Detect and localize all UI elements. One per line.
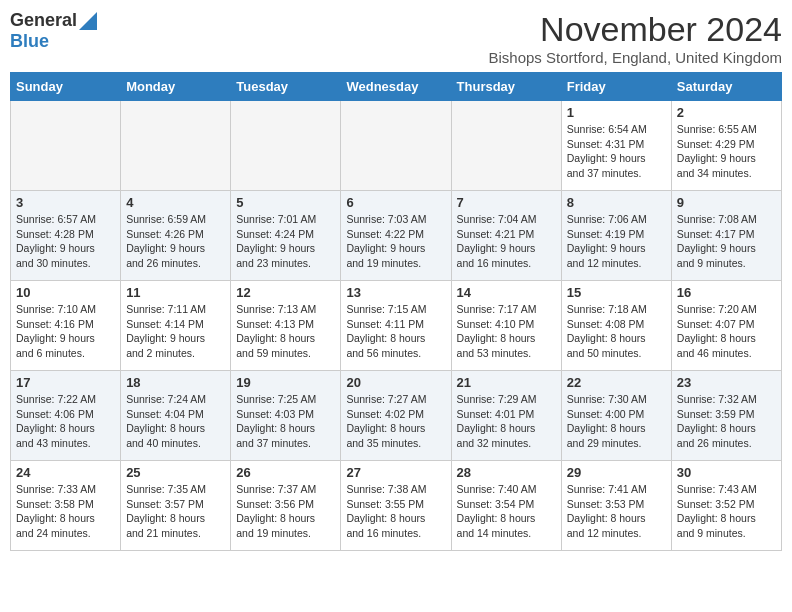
week-row-2: 3Sunrise: 6:57 AMSunset: 4:28 PMDaylight… xyxy=(11,191,782,281)
day-cell: 21Sunrise: 7:29 AMSunset: 4:01 PMDayligh… xyxy=(451,371,561,461)
day-info: Sunrise: 7:04 AMSunset: 4:21 PMDaylight:… xyxy=(457,212,556,271)
day-number: 28 xyxy=(457,465,556,480)
day-cell: 29Sunrise: 7:41 AMSunset: 3:53 PMDayligh… xyxy=(561,461,671,551)
logo-triangle-icon xyxy=(79,12,97,30)
day-cell: 19Sunrise: 7:25 AMSunset: 4:03 PMDayligh… xyxy=(231,371,341,461)
header: General Blue November 2024 Bishops Stort… xyxy=(10,10,782,66)
day-number: 6 xyxy=(346,195,445,210)
day-cell: 15Sunrise: 7:18 AMSunset: 4:08 PMDayligh… xyxy=(561,281,671,371)
day-info: Sunrise: 7:40 AMSunset: 3:54 PMDaylight:… xyxy=(457,482,556,541)
day-cell: 4Sunrise: 6:59 AMSunset: 4:26 PMDaylight… xyxy=(121,191,231,281)
day-info: Sunrise: 7:13 AMSunset: 4:13 PMDaylight:… xyxy=(236,302,335,361)
day-cell: 24Sunrise: 7:33 AMSunset: 3:58 PMDayligh… xyxy=(11,461,121,551)
week-row-1: 1Sunrise: 6:54 AMSunset: 4:31 PMDaylight… xyxy=(11,101,782,191)
day-info: Sunrise: 7:03 AMSunset: 4:22 PMDaylight:… xyxy=(346,212,445,271)
day-cell: 3Sunrise: 6:57 AMSunset: 4:28 PMDaylight… xyxy=(11,191,121,281)
day-number: 13 xyxy=(346,285,445,300)
day-cell: 20Sunrise: 7:27 AMSunset: 4:02 PMDayligh… xyxy=(341,371,451,461)
day-cell: 10Sunrise: 7:10 AMSunset: 4:16 PMDayligh… xyxy=(11,281,121,371)
day-info: Sunrise: 7:30 AMSunset: 4:00 PMDaylight:… xyxy=(567,392,666,451)
day-number: 30 xyxy=(677,465,776,480)
day-cell: 17Sunrise: 7:22 AMSunset: 4:06 PMDayligh… xyxy=(11,371,121,461)
day-info: Sunrise: 7:29 AMSunset: 4:01 PMDaylight:… xyxy=(457,392,556,451)
day-info: Sunrise: 7:18 AMSunset: 4:08 PMDaylight:… xyxy=(567,302,666,361)
day-info: Sunrise: 7:38 AMSunset: 3:55 PMDaylight:… xyxy=(346,482,445,541)
col-sunday: Sunday xyxy=(11,73,121,101)
day-info: Sunrise: 7:24 AMSunset: 4:04 PMDaylight:… xyxy=(126,392,225,451)
logo-general-row: General xyxy=(10,10,97,31)
day-number: 4 xyxy=(126,195,225,210)
day-cell xyxy=(121,101,231,191)
day-number: 10 xyxy=(16,285,115,300)
day-cell: 2Sunrise: 6:55 AMSunset: 4:29 PMDaylight… xyxy=(671,101,781,191)
day-info: Sunrise: 6:59 AMSunset: 4:26 PMDaylight:… xyxy=(126,212,225,271)
day-info: Sunrise: 7:37 AMSunset: 3:56 PMDaylight:… xyxy=(236,482,335,541)
week-row-4: 17Sunrise: 7:22 AMSunset: 4:06 PMDayligh… xyxy=(11,371,782,461)
day-number: 19 xyxy=(236,375,335,390)
day-info: Sunrise: 7:15 AMSunset: 4:11 PMDaylight:… xyxy=(346,302,445,361)
day-number: 5 xyxy=(236,195,335,210)
day-number: 23 xyxy=(677,375,776,390)
day-cell: 1Sunrise: 6:54 AMSunset: 4:31 PMDaylight… xyxy=(561,101,671,191)
day-cell: 13Sunrise: 7:15 AMSunset: 4:11 PMDayligh… xyxy=(341,281,451,371)
day-info: Sunrise: 6:54 AMSunset: 4:31 PMDaylight:… xyxy=(567,122,666,181)
col-monday: Monday xyxy=(121,73,231,101)
week-row-3: 10Sunrise: 7:10 AMSunset: 4:16 PMDayligh… xyxy=(11,281,782,371)
day-info: Sunrise: 7:27 AMSunset: 4:02 PMDaylight:… xyxy=(346,392,445,451)
day-number: 29 xyxy=(567,465,666,480)
day-cell: 16Sunrise: 7:20 AMSunset: 4:07 PMDayligh… xyxy=(671,281,781,371)
day-cell: 25Sunrise: 7:35 AMSunset: 3:57 PMDayligh… xyxy=(121,461,231,551)
day-number: 27 xyxy=(346,465,445,480)
day-cell: 23Sunrise: 7:32 AMSunset: 3:59 PMDayligh… xyxy=(671,371,781,461)
day-cell: 8Sunrise: 7:06 AMSunset: 4:19 PMDaylight… xyxy=(561,191,671,281)
day-number: 11 xyxy=(126,285,225,300)
day-info: Sunrise: 7:35 AMSunset: 3:57 PMDaylight:… xyxy=(126,482,225,541)
day-info: Sunrise: 7:08 AMSunset: 4:17 PMDaylight:… xyxy=(677,212,776,271)
day-cell: 30Sunrise: 7:43 AMSunset: 3:52 PMDayligh… xyxy=(671,461,781,551)
day-number: 26 xyxy=(236,465,335,480)
col-thursday: Thursday xyxy=(451,73,561,101)
day-number: 21 xyxy=(457,375,556,390)
title-area: November 2024 Bishops Stortford, England… xyxy=(488,10,782,66)
day-number: 12 xyxy=(236,285,335,300)
day-number: 15 xyxy=(567,285,666,300)
week-row-5: 24Sunrise: 7:33 AMSunset: 3:58 PMDayligh… xyxy=(11,461,782,551)
day-info: Sunrise: 7:11 AMSunset: 4:14 PMDaylight:… xyxy=(126,302,225,361)
day-number: 16 xyxy=(677,285,776,300)
day-number: 7 xyxy=(457,195,556,210)
day-cell: 9Sunrise: 7:08 AMSunset: 4:17 PMDaylight… xyxy=(671,191,781,281)
day-info: Sunrise: 6:55 AMSunset: 4:29 PMDaylight:… xyxy=(677,122,776,181)
day-cell: 12Sunrise: 7:13 AMSunset: 4:13 PMDayligh… xyxy=(231,281,341,371)
col-tuesday: Tuesday xyxy=(231,73,341,101)
day-number: 17 xyxy=(16,375,115,390)
day-info: Sunrise: 7:06 AMSunset: 4:19 PMDaylight:… xyxy=(567,212,666,271)
day-cell: 5Sunrise: 7:01 AMSunset: 4:24 PMDaylight… xyxy=(231,191,341,281)
col-saturday: Saturday xyxy=(671,73,781,101)
day-info: Sunrise: 7:17 AMSunset: 4:10 PMDaylight:… xyxy=(457,302,556,361)
header-row: Sunday Monday Tuesday Wednesday Thursday… xyxy=(11,73,782,101)
logo-blue-label: Blue xyxy=(10,31,49,51)
calendar-table: Sunday Monday Tuesday Wednesday Thursday… xyxy=(10,72,782,551)
day-number: 25 xyxy=(126,465,225,480)
day-info: Sunrise: 7:43 AMSunset: 3:52 PMDaylight:… xyxy=(677,482,776,541)
day-number: 1 xyxy=(567,105,666,120)
day-number: 20 xyxy=(346,375,445,390)
day-cell: 7Sunrise: 7:04 AMSunset: 4:21 PMDaylight… xyxy=(451,191,561,281)
day-cell: 22Sunrise: 7:30 AMSunset: 4:00 PMDayligh… xyxy=(561,371,671,461)
day-info: Sunrise: 6:57 AMSunset: 4:28 PMDaylight:… xyxy=(16,212,115,271)
col-wednesday: Wednesday xyxy=(341,73,451,101)
day-number: 24 xyxy=(16,465,115,480)
day-cell: 27Sunrise: 7:38 AMSunset: 3:55 PMDayligh… xyxy=(341,461,451,551)
day-number: 22 xyxy=(567,375,666,390)
day-cell: 26Sunrise: 7:37 AMSunset: 3:56 PMDayligh… xyxy=(231,461,341,551)
day-cell xyxy=(231,101,341,191)
svg-marker-0 xyxy=(79,12,97,30)
day-info: Sunrise: 7:33 AMSunset: 3:58 PMDaylight:… xyxy=(16,482,115,541)
day-info: Sunrise: 7:20 AMSunset: 4:07 PMDaylight:… xyxy=(677,302,776,361)
day-cell xyxy=(451,101,561,191)
day-number: 8 xyxy=(567,195,666,210)
location-text: Bishops Stortford, England, United Kingd… xyxy=(488,49,782,66)
day-info: Sunrise: 7:01 AMSunset: 4:24 PMDaylight:… xyxy=(236,212,335,271)
day-cell xyxy=(341,101,451,191)
logo-blue-text: Blue xyxy=(10,31,97,52)
